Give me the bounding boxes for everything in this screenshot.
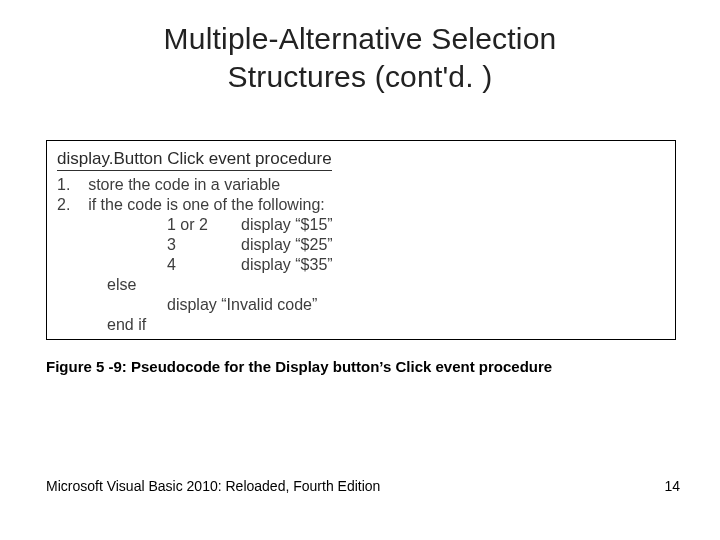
pseudocode: 1. store the code in a variable 2. if th… [57,175,665,335]
case-code: 4 [167,255,241,275]
pseudo-line-1: 1. store the code in a variable [57,175,665,195]
pseudo-line-2: 2. if the code is one of the following: [57,195,665,215]
pseudo-invalid: display “Invalid code” [57,295,665,315]
figure-caption: Figure 5 -9: Pseudocode for the Display … [46,358,552,375]
footer-text: Microsoft Visual Basic 2010: Reloaded, F… [46,478,380,494]
case-action: display “$15” [241,215,333,235]
slide: Multiple-Alternative Selection Structure… [0,0,720,540]
pseudocode-box: display.Button Click event procedure 1. … [46,140,676,340]
pseudo-endif: end if [57,315,665,335]
pseudo-else: else [57,275,665,295]
pseudo-case-1: 1 or 2 display “$15” [57,215,665,235]
case-code: 3 [167,235,241,255]
title-line-1: Multiple-Alternative Selection [164,22,557,55]
case-code: 1 or 2 [167,215,241,235]
pseudo-case-2: 3 display “$25” [57,235,665,255]
title-line-2: Structures (cont'd. ) [227,60,492,93]
case-action: display “$25” [241,235,333,255]
pseudo-case-3: 4 display “$35” [57,255,665,275]
page-number: 14 [664,478,680,494]
procedure-title: display.Button Click event procedure [57,149,332,171]
case-action: display “$35” [241,255,333,275]
slide-title: Multiple-Alternative Selection Structure… [0,0,720,95]
